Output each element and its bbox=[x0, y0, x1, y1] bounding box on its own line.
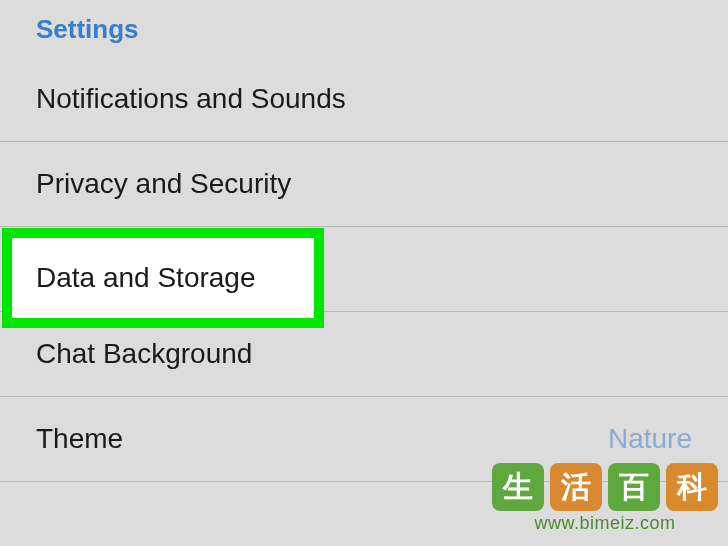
watermark: 生 活 百 科 www.bimeiz.com bbox=[492, 463, 718, 534]
highlight-annotation: Data and Storage bbox=[2, 228, 324, 328]
watermark-url: www.bimeiz.com bbox=[534, 513, 675, 534]
settings-item-label: Privacy and Security bbox=[36, 168, 291, 200]
watermark-badge-4: 科 bbox=[666, 463, 718, 511]
settings-item-label: Theme bbox=[36, 423, 123, 455]
watermark-badges: 生 活 百 科 bbox=[492, 463, 718, 511]
settings-item-notifications-sounds[interactable]: Notifications and Sounds bbox=[0, 57, 728, 142]
watermark-badge-3: 百 bbox=[608, 463, 660, 511]
settings-item-privacy-security[interactable]: Privacy and Security bbox=[0, 142, 728, 227]
watermark-badge-2: 活 bbox=[550, 463, 602, 511]
settings-item-label: Notifications and Sounds bbox=[36, 83, 346, 115]
highlight-label: Data and Storage bbox=[36, 262, 256, 294]
watermark-badge-1: 生 bbox=[492, 463, 544, 511]
settings-item-label: Chat Background bbox=[36, 338, 252, 370]
settings-item-value: Nature bbox=[608, 423, 692, 455]
settings-section-header: Settings bbox=[0, 0, 728, 57]
